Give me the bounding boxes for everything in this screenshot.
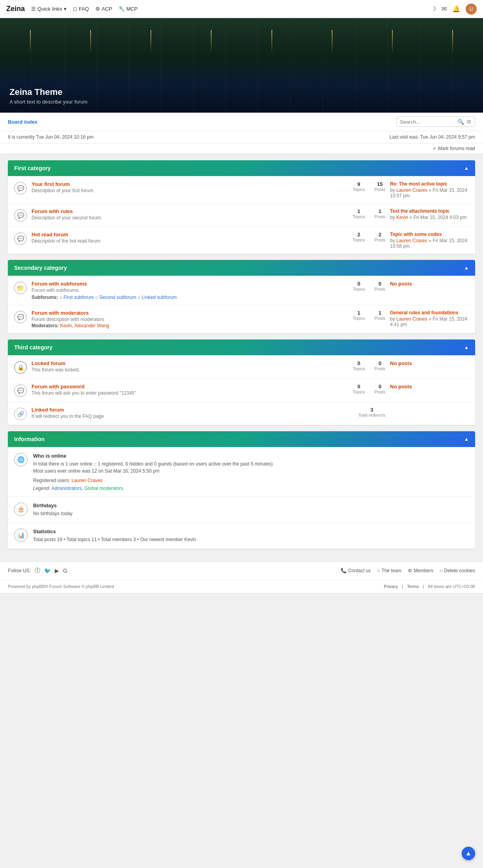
breadcrumb[interactable]: Board index	[8, 119, 37, 125]
forum-icon-locked: 🔒	[14, 361, 27, 374]
category-secondary-header[interactable]: Secondary category ▲	[8, 260, 475, 276]
the-team-link[interactable]: ○ The team	[377, 568, 401, 573]
moderator-link-2[interactable]: Alexander Wang	[74, 323, 109, 328]
forum-info: Forum with password This forum will ask …	[32, 384, 348, 396]
forum-stats: 0 Topics 0 Posts	[353, 281, 385, 291]
document-icon: ◻	[73, 6, 77, 12]
quick-links[interactable]: ☰ Quick links ▾	[31, 6, 67, 12]
search-settings-icon[interactable]: ⚙	[466, 119, 472, 125]
facebook-icon[interactable]: ⓕ	[35, 567, 40, 574]
category-secondary: Secondary category ▲ 📁 Forum with subfor…	[8, 260, 475, 333]
forum-name-link[interactable]: Forum with moderators	[32, 310, 89, 316]
forum-topics-stat: 2 Topics	[353, 232, 365, 242]
category-third-title: Third category	[14, 344, 52, 351]
forum-name-link[interactable]: Forum with password	[32, 384, 84, 389]
follow-us: Follow US: ⓕ 🐦 ▶ G	[8, 567, 67, 574]
legend-row: Legend: Administrators, Global moderator…	[33, 486, 469, 491]
forum-name-link[interactable]: Forum with rules	[32, 208, 73, 214]
forum-row: 💬 Forum with password This forum will as…	[8, 378, 475, 402]
last-visit: Last visit was: Tue Jun 04, 2024 9:57 pm	[390, 134, 475, 140]
checkmark-icon: ✓	[433, 146, 437, 151]
hero-banner: Zeina Theme A short text to describe you…	[0, 18, 483, 113]
posts-count: 1	[374, 208, 385, 214]
category-third-header[interactable]: Third category ▲	[8, 339, 475, 355]
forum-name-link[interactable]: Forum with subforums	[32, 281, 87, 287]
forum-name-link[interactable]: Hot read forum	[32, 232, 68, 237]
theme-toggle-icon[interactable]: ☽	[431, 5, 436, 13]
topics-label: Topics	[353, 187, 365, 192]
last-post-author[interactable]: Kevin	[396, 215, 408, 220]
search-input[interactable]	[400, 119, 455, 125]
last-post-link[interactable]: Topic with some codes	[390, 232, 442, 237]
forum-last-post: No posts	[390, 384, 469, 389]
avatar[interactable]: U	[466, 4, 477, 15]
moderator-link-1[interactable]: Kevin	[60, 323, 72, 328]
posts-label: Posts	[374, 214, 385, 219]
last-post-author[interactable]: Lauren Craves	[396, 238, 427, 243]
forum-desc: Description of your second forum.	[32, 215, 348, 221]
privacy-link[interactable]: Privacy	[384, 584, 398, 589]
last-post-author[interactable]: Lauren Craves	[396, 316, 427, 322]
forum-stats: 0 Topics 0 Posts	[353, 384, 385, 394]
tool-icon: 🔧	[119, 6, 125, 12]
forum-row: 📁 Forum with subforums Forum with subfor…	[8, 276, 475, 305]
last-post-author[interactable]: Lauren Craves	[396, 187, 427, 193]
faq-link[interactable]: ◻ FAQ	[73, 6, 89, 12]
acp-link[interactable]: ⚙ ACP	[95, 6, 112, 12]
category-first-header[interactable]: First category ▲	[8, 160, 475, 176]
forum-row: 💬 Your first forum Description of your f…	[8, 176, 475, 203]
last-post-link[interactable]: Re: The most active topic	[390, 181, 447, 187]
members-icon: ⚙	[408, 568, 412, 573]
subforum-link-2[interactable]: Second subforum	[99, 295, 136, 300]
terms-link[interactable]: Terms	[407, 584, 419, 589]
team-icon: ○	[377, 568, 380, 573]
topics-label: Topics	[353, 287, 365, 291]
info-bar: It is currently Tue Jun 04, 2024 10:16 p…	[0, 131, 483, 143]
hero-title: Zeina Theme	[9, 87, 87, 97]
mark-forums-bar: ✓ Mark forums read	[0, 143, 483, 154]
forum-name-link[interactable]: Linked forum	[32, 407, 64, 413]
statistics-icon: 📊	[14, 529, 28, 542]
forum-icon: 💬	[14, 209, 27, 222]
mail-icon[interactable]: ✉	[442, 5, 447, 13]
members-link[interactable]: ⚙ Members	[408, 568, 433, 573]
google-icon[interactable]: G	[63, 568, 67, 574]
cookie-icon: ○	[440, 568, 442, 573]
mark-forums-read-button[interactable]: ✓ Mark forums read	[433, 146, 475, 151]
current-time: It is currently Tue Jun 04, 2024 10:16 p…	[8, 134, 93, 140]
subforum-link-3[interactable]: Linked subforum	[142, 295, 177, 300]
delete-cookies-link[interactable]: ○ Delete cookies	[440, 568, 475, 573]
chevron-up-icon: ▲	[464, 165, 469, 171]
forum-name-link[interactable]: Locked forum	[32, 360, 65, 366]
hamburger-icon: ☰	[31, 6, 36, 12]
forum-posts-stat: 2 Posts	[374, 232, 385, 242]
contact-us-link[interactable]: 📞 Contact us	[341, 568, 371, 573]
youtube-icon[interactable]: ▶	[55, 568, 59, 574]
topics-label: Topics	[353, 316, 365, 321]
search-box: 🔍 ⚙	[396, 117, 475, 127]
forum-info: Linked forum It will redirect you to the…	[32, 407, 354, 419]
forum-icon: 💬	[14, 384, 27, 397]
administrators-link[interactable]: Administrators	[52, 486, 82, 491]
forum-topics-stat: 9 Topics	[353, 181, 365, 192]
redirects-label: Total redirects	[359, 413, 385, 417]
redirects-count: 3	[359, 407, 385, 413]
category-information-header[interactable]: Information ▲	[8, 431, 475, 447]
last-post-link[interactable]: Test the attachments topic	[390, 208, 450, 214]
global-moderators-link[interactable]: Global moderators	[84, 486, 123, 491]
posts-label: Posts	[374, 187, 385, 192]
posts-count: 1	[374, 310, 385, 316]
notification-icon[interactable]: 🔔	[452, 5, 460, 13]
forum-name-link[interactable]: Your first forum	[32, 181, 70, 187]
posts-label: Posts	[374, 316, 385, 321]
registered-user-link[interactable]: Lauren Craves	[71, 478, 102, 483]
subforum-link-1[interactable]: First subforum	[63, 295, 94, 300]
category-third: Third category ▲ 🔒 Locked forum This for…	[8, 339, 475, 425]
timezone: All times are UTC+03:00	[428, 584, 475, 589]
forum-subforums: Subforums: ○ First subforum ○ Second sub…	[32, 295, 348, 300]
mcp-link[interactable]: 🔧 MCP	[119, 6, 138, 12]
search-icon[interactable]: 🔍	[457, 119, 464, 125]
twitter-icon[interactable]: 🐦	[44, 568, 51, 574]
forum-info: Hot read forum Description of the hot re…	[32, 232, 348, 244]
last-post-link[interactable]: General rules and foundations	[390, 310, 458, 315]
